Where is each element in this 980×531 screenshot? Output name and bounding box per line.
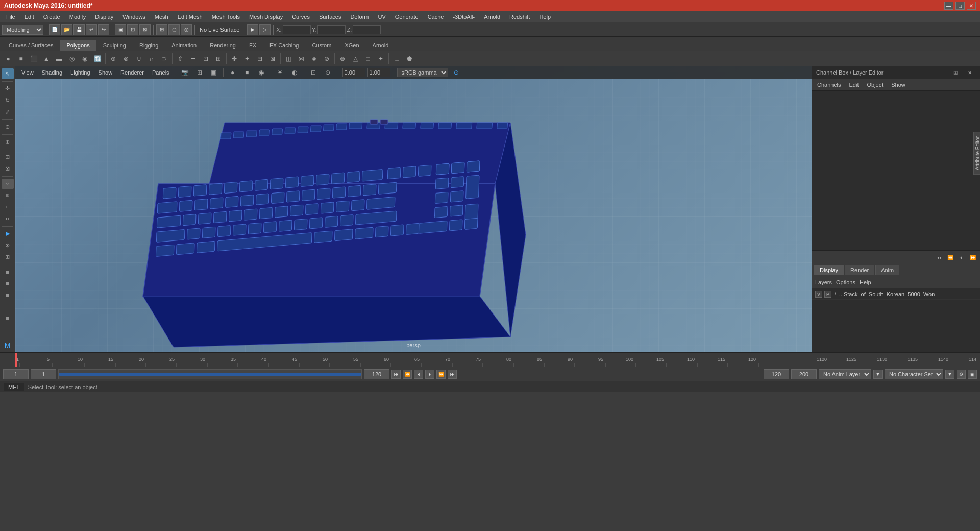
viewport[interactable]: View Shading Lighting Show Renderer Pane… — [15, 66, 812, 352]
mode-vert-icon[interactable]: V — [2, 179, 14, 189]
z-coord-input[interactable] — [353, 25, 381, 34]
scale-tool-btn[interactable]: ⤢ — [2, 107, 14, 117]
lighting-icon[interactable]: ☀ — [274, 66, 286, 79]
val2-input[interactable] — [368, 68, 390, 77]
poly-cone-icon[interactable]: ▲ — [40, 53, 53, 65]
maximize-button[interactable]: □ — [955, 2, 965, 10]
wireframe-on-shaded-icon[interactable]: ◉ — [255, 66, 267, 79]
smooth-shade-icon[interactable]: ● — [227, 66, 239, 79]
menu-help[interactable]: Help — [535, 13, 555, 21]
character-set-select[interactable]: No Character Set — [885, 369, 943, 379]
booleans-diff-icon[interactable]: ∩ — [145, 53, 158, 65]
poly-cylinder-icon[interactable]: ⬛ — [28, 53, 40, 65]
layer-tab-render[interactable]: Render — [845, 265, 874, 275]
mode-edge-icon[interactable]: E — [2, 190, 14, 201]
menu-deform[interactable]: Deform — [346, 13, 373, 21]
play-back-btn[interactable]: ⏴ — [414, 370, 423, 379]
menu-3dtall[interactable]: -3DtoAll- — [449, 13, 479, 21]
camera-icon[interactable]: 📷 — [179, 66, 191, 79]
menu-display[interactable]: Display — [91, 13, 117, 21]
vp-view-menu[interactable]: View — [18, 68, 37, 77]
extra-btn2[interactable]: ≡ — [2, 278, 14, 289]
mode-select[interactable]: Modeling Rigging Animation FX Rendering — [2, 25, 43, 35]
step-fwd-btn[interactable]: ⏩ — [436, 370, 446, 379]
two-sided-icon[interactable]: ◐ — [288, 66, 301, 79]
insert-edge-loop-icon[interactable]: ✤ — [228, 53, 240, 65]
char-set-btn[interactable]: ▼ — [945, 370, 954, 379]
range-end2-input[interactable] — [764, 369, 789, 379]
val1-input[interactable] — [342, 68, 365, 77]
layer-back-btn[interactable]: ⏪ — [945, 252, 955, 262]
display-mode-icon[interactable]: ⊞ — [193, 66, 206, 79]
preferences-btn[interactable]: ⚙ — [957, 370, 966, 379]
anim-layer-select[interactable]: No Anim Layer — [819, 369, 871, 379]
menu-curves[interactable]: Curves — [288, 13, 314, 21]
extra-btn3[interactable]: ≡ — [2, 290, 14, 301]
y-coord-input[interactable] — [317, 25, 346, 34]
tab-arnold[interactable]: Arnold — [366, 40, 396, 51]
tab-rigging[interactable]: Rigging — [133, 40, 165, 51]
vp-show-menu[interactable]: Show — [95, 68, 116, 77]
skip-to-end-btn[interactable]: ⏭ — [448, 370, 457, 379]
vp-shading-menu[interactable]: Shading — [39, 68, 65, 77]
layer-tab-display[interactable]: Display — [814, 265, 844, 275]
delete-edge-icon[interactable]: ⊘ — [321, 53, 333, 65]
bridge-icon[interactable]: ⊢ — [187, 53, 199, 65]
tab-custom[interactable]: Custom — [306, 40, 338, 51]
lasso-btn[interactable]: ⊡ — [127, 24, 138, 35]
paint-weights-icon[interactable]: ⬟ — [403, 53, 415, 65]
range-start-input[interactable] — [31, 369, 56, 379]
render-view-btn[interactable]: ▶ — [2, 228, 14, 239]
fill-hole-icon[interactable]: ⊡ — [200, 53, 212, 65]
current-frame-input[interactable] — [3, 369, 29, 379]
ipr-btn[interactable]: ▷ — [259, 24, 271, 35]
menu-modify[interactable]: Modify — [65, 13, 90, 21]
menu-windows[interactable]: Windows — [118, 13, 150, 21]
redo-btn[interactable]: ↪ — [98, 24, 109, 35]
attribute-editor-tab[interactable]: Attribute Editor — [973, 132, 980, 175]
merge-icon[interactable]: ⋈ — [295, 53, 307, 65]
booleans-intersect-icon[interactable]: ⊃ — [158, 53, 170, 65]
extra-btn4[interactable]: ≡ — [2, 301, 14, 312]
bevel-icon[interactable]: ◫ — [282, 53, 295, 65]
poly-sphere-icon[interactable]: ● — [2, 53, 14, 65]
quadrangulate-icon[interactable]: □ — [362, 53, 374, 65]
tab-animation[interactable]: Animation — [165, 40, 203, 51]
menu-redshift[interactable]: Redshift — [505, 13, 534, 21]
extra-btn1[interactable]: ≡ — [2, 267, 14, 277]
playback-range-bar[interactable] — [58, 369, 362, 379]
close-button[interactable]: ✕ — [967, 2, 976, 10]
poly-cube-icon[interactable]: ■ — [15, 53, 27, 65]
tab-sculpting[interactable]: Sculpting — [96, 40, 133, 51]
timeline-track[interactable]: 1 5 10 15 20 25 30 35 40 — [15, 353, 812, 367]
help-opt[interactable]: Help — [860, 279, 871, 285]
vp-panels-menu[interactable]: Panels — [149, 68, 173, 77]
mode-face-icon[interactable]: F — [2, 202, 14, 212]
show-manip-btn[interactable]: ⊕ — [2, 137, 14, 148]
options-opt[interactable]: Options — [836, 279, 855, 285]
booleans-union-icon[interactable]: ∪ — [133, 53, 145, 65]
connect-icon[interactable]: ⊠ — [266, 53, 279, 65]
poly-helix-icon[interactable]: 🔃 — [91, 53, 104, 65]
menu-uv[interactable]: UV — [374, 13, 389, 21]
aa-icon[interactable]: ⊙ — [322, 66, 334, 79]
lasso-select-btn[interactable]: ⊡ — [2, 152, 14, 163]
hyp-shade-btn[interactable]: ⊛ — [2, 240, 14, 251]
separate-icon[interactable]: ⊗ — [120, 53, 132, 65]
ch-tab-show[interactable]: Show — [889, 81, 908, 89]
tab-curves-surfaces[interactable]: Curves / Surfaces — [2, 40, 60, 51]
menu-edit-mesh[interactable]: Edit Mesh — [174, 13, 207, 21]
panel-close-btn[interactable]: ✕ — [964, 66, 976, 79]
mode-indicator[interactable]: MEL — [4, 383, 24, 391]
layer-v-btn[interactable]: V — [815, 291, 822, 298]
menu-arnold[interactable]: Arnold — [480, 13, 504, 21]
extrude-icon[interactable]: ⇧ — [174, 53, 186, 65]
crease-icon[interactable]: ⟂ — [390, 53, 403, 65]
layer-fwd-btn[interactable]: ⏩ — [968, 252, 978, 262]
menu-generate[interactable]: Generate — [391, 13, 423, 21]
resolution-icon[interactable]: ⊡ — [307, 66, 320, 79]
extra-btn[interactable]: ▣ — [968, 370, 977, 379]
append-poly-icon[interactable]: ⊞ — [212, 53, 225, 65]
ch-tab-edit[interactable]: Edit — [847, 81, 861, 89]
gamma-select[interactable]: sRGB gamma Linear — [397, 68, 448, 77]
